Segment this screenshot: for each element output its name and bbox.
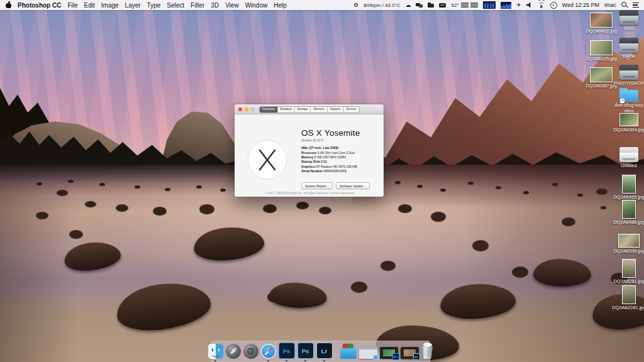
about-this-mac-window: Overview Displays Storage Memory Support… — [235, 104, 384, 197]
dock-safari[interactable] — [261, 344, 276, 359]
alias-arrow-badge: ↗ — [620, 99, 625, 103]
desktop-icon-untitled[interactable]: Untitled — [611, 147, 644, 169]
photo-thumbnail — [590, 67, 613, 82]
spec-row: Memory 8 GB 1067 MHz DDR3 — [301, 155, 357, 160]
tab-service[interactable]: Service — [344, 107, 359, 112]
istat-cpu-cluster[interactable]: 52° — [451, 3, 477, 8]
window-titlebar[interactable]: Overview Displays Storage Memory Support… — [235, 104, 384, 114]
dock-photoshop-2[interactable]: Ps — [297, 343, 314, 359]
system-report-button[interactable]: System Report… — [301, 182, 333, 189]
desktop-icon-data[interactable]: DATA — [611, 38, 644, 60]
dock-trash[interactable] — [421, 344, 434, 359]
photo-thumbnail — [590, 13, 613, 28]
hard-drive-icon — [619, 38, 638, 53]
downloads-stack-icon — [340, 344, 357, 359]
photo-thumbnail — [622, 175, 636, 194]
menu-3d[interactable]: 3D — [211, 2, 219, 9]
dock-downloads-stack[interactable] — [340, 344, 357, 359]
system-preferences-icon — [243, 344, 258, 359]
desktop-icon-dq2a6399[interactable]: DQ2A6399.jpg — [611, 234, 644, 255]
cpu-temp-readout: 52° — [451, 3, 458, 8]
displays-icon[interactable] — [416, 3, 423, 8]
running-indicator — [214, 360, 216, 362]
dock-minimized-window-lightroom[interactable]: Lr — [401, 347, 419, 359]
cpu-meter-bars[interactable] — [483, 1, 496, 9]
spec-row: Graphics ATI Radeon HD 4670 256 MB — [301, 165, 357, 169]
menu-app-name[interactable]: Photoshop CC — [18, 2, 61, 9]
osx-x-logo — [247, 140, 287, 180]
mac-model: iMac (27-inch, Late 2009) — [301, 146, 338, 150]
menu-layer[interactable]: Layer — [125, 2, 141, 9]
photoshop-icon: Ps — [297, 343, 314, 359]
menu-edit[interactable]: Edit — [84, 2, 95, 9]
fan-speed-temp-readout[interactable]: 809rpm / 43.0°C — [364, 3, 400, 8]
cpu-history-graph[interactable] — [501, 2, 511, 9]
istat-micro-stats — [461, 3, 469, 8]
photoshop-badge-icon: Ps — [392, 353, 399, 360]
folder-menu-icon[interactable] — [428, 3, 434, 8]
cloud-icon[interactable]: ☁ — [405, 0, 411, 10]
menu-help[interactable]: Help — [274, 2, 287, 9]
os-title: OS X Yosemite — [301, 128, 360, 138]
desktop-icon-dq2a6486[interactable]: DQ2A6486.jpg — [611, 200, 644, 226]
istat-gear-icon[interactable]: ⚙ — [353, 0, 358, 10]
airport-plane-icon[interactable]: ✈ — [516, 0, 521, 10]
menu-select[interactable]: Select — [167, 2, 184, 9]
spec-row: Processor 3.06 GHz Intel Core 2 Duo — [301, 151, 357, 155]
menu-file[interactable]: File — [67, 2, 77, 9]
wifi-icon[interactable] — [538, 3, 545, 8]
dock-lightroom[interactable]: Lr — [316, 343, 333, 359]
menu-window[interactable]: Window — [245, 2, 268, 9]
running-indicator — [267, 360, 269, 362]
tab-memory[interactable]: Memory — [311, 107, 327, 112]
dock-system-preferences[interactable] — [243, 344, 258, 359]
os-version: Version 10.10.5 — [301, 138, 323, 142]
menu-type[interactable]: Type — [147, 2, 161, 9]
lightroom-badge-icon: Lr — [413, 353, 420, 360]
zoom-button[interactable] — [251, 107, 255, 111]
trash-full-icon — [421, 344, 434, 359]
tab-storage[interactable]: Storage — [295, 107, 311, 112]
dock-finder[interactable] — [208, 344, 223, 359]
menu-clock[interactable]: Wed 12:25 PM — [562, 2, 599, 8]
minimize-button[interactable] — [245, 107, 248, 111]
spotlight-search-icon[interactable] — [621, 2, 628, 8]
wallpaper-reflection-right — [352, 165, 644, 206]
spec-list: Processor 3.06 GHz Intel Core 2 Duo Memo… — [301, 151, 357, 173]
desktop-icon-dq2a62281[interactable]: DQ2A62281.jpg — [611, 285, 644, 311]
tab-overview[interactable]: Overview — [259, 107, 277, 112]
menu-image[interactable]: Image — [101, 2, 119, 9]
desktop-icon-dq2a6281[interactable]: DQ2A6281.jpg — [611, 259, 644, 285]
minimized-window-thumbnail: Ps — [380, 347, 398, 359]
minimized-window-thumbnail — [359, 347, 377, 359]
volume-icon[interactable] — [526, 3, 533, 8]
desktop-icon-ssd[interactable]: SSD — [611, 10, 644, 32]
menu-filter[interactable]: Filter — [191, 2, 204, 9]
running-indicator — [304, 360, 306, 362]
dock-minimized-window-safari[interactable] — [359, 347, 377, 359]
notification-center-icon[interactable] — [633, 2, 639, 9]
spec-row: Startup Disk SSD — [301, 160, 357, 164]
photo-thumbnail — [622, 259, 636, 278]
fast-user-switch-label[interactable]: imac — [604, 2, 616, 8]
desktop-icon-dq2a6485[interactable]: DQ2A6485.jpg — [611, 175, 644, 200]
tab-support[interactable]: Support — [328, 107, 344, 112]
tab-displays[interactable]: Displays — [277, 107, 294, 112]
istat-micro-stats — [470, 3, 478, 8]
running-indicator — [286, 360, 287, 362]
photo-thumbnail — [622, 200, 636, 219]
desktop-icon-folder-alias[interactable]: ↗ Ảnh tổng hợp alias — [611, 88, 644, 114]
dock-minimized-window-photoshop[interactable]: Ps — [380, 347, 398, 359]
close-button[interactable] — [238, 107, 242, 111]
dock-launchpad[interactable] — [226, 344, 241, 359]
dock-photoshop[interactable]: Ps — [279, 343, 295, 359]
desktop-icon-photoshop-drive[interactable]: PHOTOSHOP — [611, 65, 644, 87]
time-machine-icon[interactable] — [550, 2, 557, 9]
desktop-icon-dq2a6304[interactable]: DQ2A6304.jpg — [611, 113, 644, 133]
menu-view[interactable]: View — [225, 2, 239, 9]
copyright-footer: ™ and © 1983-2016 Apple Inc. All Rights … — [235, 192, 384, 195]
software-update-button[interactable]: Software Update… — [336, 182, 370, 189]
dock: Ps Ps Lr Ps Lr — [211, 341, 430, 362]
apple-menu-icon[interactable] — [6, 2, 11, 8]
disk-menu-icon[interactable] — [439, 3, 446, 8]
